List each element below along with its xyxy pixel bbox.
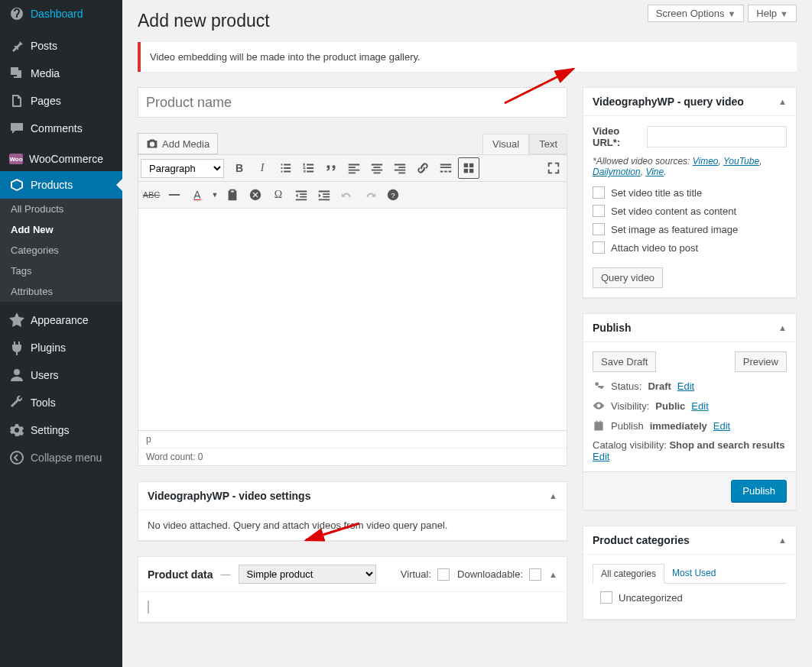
- toolbar-toggle-button[interactable]: [458, 157, 479, 179]
- sidebar-label: Products: [31, 179, 73, 191]
- removeformat-button[interactable]: [245, 184, 266, 206]
- sidebar-item-media[interactable]: Media: [0, 60, 122, 87]
- sidebar-item-pages[interactable]: Pages: [0, 87, 122, 115]
- readmore-button[interactable]: [435, 157, 456, 179]
- products-submenu: All Products Add New Categories Tags Att…: [0, 199, 122, 302]
- preview-button[interactable]: Preview: [735, 351, 787, 372]
- strikethrough-button[interactable]: ABC: [141, 184, 162, 206]
- query-video-button[interactable]: Query video: [593, 267, 663, 288]
- sidebar-label: Tools: [31, 397, 56, 409]
- sidebar-collapse[interactable]: Collapse menu: [0, 444, 122, 471]
- metabox-publish-header[interactable]: Publish ▲: [583, 314, 796, 342]
- help-button[interactable]: Help▼: [748, 5, 797, 22]
- virtual-checkbox[interactable]: [437, 568, 450, 581]
- align-left-button[interactable]: [343, 157, 365, 179]
- bold-button[interactable]: B: [229, 157, 250, 179]
- sidebar-item-plugins[interactable]: Plugins: [0, 334, 122, 361]
- bullet-list-button[interactable]: [274, 157, 296, 179]
- metabox-video-settings-header[interactable]: VideographyWP - video settings ▲: [138, 482, 567, 510]
- chevron-up-icon[interactable]: ▲: [549, 570, 557, 579]
- link-youtube[interactable]: YouTube: [723, 156, 759, 167]
- edit-visibility-link[interactable]: Edit: [691, 400, 708, 412]
- sidebar-item-tools[interactable]: Tools: [0, 389, 122, 416]
- edit-status-link[interactable]: Edit: [677, 380, 694, 392]
- cat-uncategorized-checkbox[interactable]: [600, 591, 612, 604]
- video-url-label: Video URL*:: [593, 125, 641, 148]
- plugins-icon: [9, 340, 24, 355]
- metabox-title: VideographyWP - video settings: [148, 490, 310, 502]
- downloadable-checkbox[interactable]: [529, 568, 541, 581]
- sidebar-item-appearance[interactable]: Appearance: [0, 306, 122, 334]
- sidebar-item-woocommerce[interactable]: Woo WooCommerce: [0, 147, 122, 171]
- chevron-up-icon[interactable]: ▲: [778, 323, 787, 332]
- sidebar-item-comments[interactable]: Comments: [0, 115, 122, 142]
- sidebar-label: Users: [31, 369, 59, 381]
- sidebar-item-products[interactable]: Products: [0, 171, 122, 199]
- tab-visual[interactable]: Visual: [482, 134, 529, 154]
- textcolor-button[interactable]: A: [187, 184, 208, 206]
- sidebar-item-users[interactable]: Users: [0, 361, 122, 389]
- tab-text[interactable]: Text: [529, 134, 567, 154]
- textcolor-dropdown[interactable]: ▼: [209, 184, 220, 206]
- chevron-up-icon[interactable]: ▲: [549, 491, 557, 500]
- cat-tab-all[interactable]: All categories: [593, 564, 664, 584]
- cat-tab-most[interactable]: Most Used: [664, 564, 723, 583]
- submenu-add-new[interactable]: Add New: [0, 219, 122, 240]
- publish-button[interactable]: Publish: [731, 480, 787, 502]
- edit-schedule-link[interactable]: Edit: [713, 420, 730, 432]
- sidebar-item-dashboard[interactable]: Dashboard: [0, 0, 122, 28]
- outdent-button[interactable]: [291, 184, 312, 206]
- link-dailymotion[interactable]: Dailymotion: [593, 167, 641, 177]
- cb-attach[interactable]: [593, 241, 605, 254]
- fullscreen-button[interactable]: [543, 157, 564, 179]
- cb-title[interactable]: [593, 186, 605, 199]
- undo-button[interactable]: [336, 184, 358, 206]
- align-right-button[interactable]: [389, 157, 411, 179]
- submenu-tags[interactable]: Tags: [0, 261, 122, 281]
- specialchar-button[interactable]: Ω: [268, 184, 289, 206]
- format-select[interactable]: Paragraph: [141, 159, 224, 178]
- submenu-attributes[interactable]: Attributes: [0, 281, 122, 302]
- redo-button[interactable]: [359, 184, 381, 206]
- numbered-list-button[interactable]: [297, 157, 319, 179]
- edit-catalog-link[interactable]: Edit: [593, 451, 609, 462]
- metabox-categories-header[interactable]: Product categories ▲: [583, 526, 796, 555]
- submenu-all-products[interactable]: All Products: [0, 199, 122, 219]
- save-draft-button[interactable]: Save Draft: [593, 351, 656, 372]
- link-button[interactable]: [412, 157, 434, 179]
- row-checkbox[interactable]: [148, 601, 149, 614]
- main-content: Screen Options▼ Help▼ Add new product Vi…: [122, 0, 812, 667]
- italic-button[interactable]: I: [252, 157, 273, 179]
- link-vimeo[interactable]: Vimeo: [693, 156, 719, 167]
- sidebar-item-settings[interactable]: Settings: [0, 416, 122, 444]
- product-title-input[interactable]: [138, 87, 567, 118]
- cb-content[interactable]: [593, 205, 605, 217]
- sidebar-label: Appearance: [31, 314, 89, 326]
- metabox-query-video-header[interactable]: VideographyWP - query video ▲: [583, 88, 796, 116]
- indent-button[interactable]: [313, 184, 335, 206]
- link-vine[interactable]: Vine: [645, 167, 664, 177]
- video-url-input[interactable]: [647, 126, 787, 147]
- metabox-title: Publish: [593, 322, 632, 334]
- screen-options-button[interactable]: Screen Options▼: [648, 5, 745, 22]
- submenu-categories[interactable]: Categories: [0, 240, 122, 261]
- editor-textarea[interactable]: [138, 209, 567, 430]
- key-icon: [593, 380, 605, 392]
- pages-icon: [9, 93, 24, 108]
- sidebar-item-posts[interactable]: Posts: [0, 32, 122, 60]
- align-center-button[interactable]: [366, 157, 388, 179]
- metabox-publish: Publish ▲ Save Draft Preview Status: Dra…: [583, 313, 797, 510]
- blockquote-button[interactable]: [320, 157, 342, 179]
- pastetext-button[interactable]: [222, 184, 243, 206]
- collapse-icon: [9, 450, 24, 465]
- comments-icon: [9, 121, 24, 136]
- cb-featured[interactable]: [593, 223, 605, 235]
- product-type-select[interactable]: Simple product: [239, 565, 376, 584]
- dashboard-icon: [9, 6, 24, 21]
- help-shortcut-button[interactable]: ?: [382, 184, 404, 206]
- add-media-button[interactable]: Add Media: [138, 133, 218, 154]
- chevron-up-icon[interactable]: ▲: [778, 97, 787, 106]
- chevron-up-icon[interactable]: ▲: [778, 536, 787, 545]
- metabox-product-data: Product data — Simple product Virtual: D…: [138, 556, 567, 623]
- hr-button[interactable]: [164, 184, 185, 206]
